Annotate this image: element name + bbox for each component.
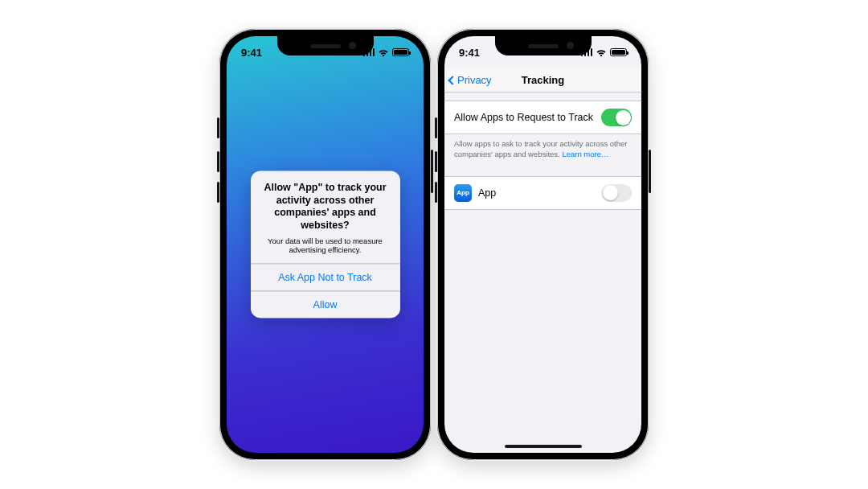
screen-tracking-prompt: 9:41 Allow "App" to track your activity …	[227, 36, 424, 453]
status-time: 9:41	[241, 47, 262, 59]
battery-icon	[392, 48, 409, 56]
settings-content: Allow Apps to Request to Track Allow app…	[444, 92, 641, 453]
nav-bar: Privacy Tracking	[444, 68, 641, 92]
ask-not-to-track-button[interactable]: Ask App Not to Track	[251, 264, 400, 291]
back-button[interactable]: Privacy	[449, 74, 492, 86]
nav-title: Tracking	[522, 74, 564, 86]
app-tracking-toggle[interactable]	[601, 184, 632, 202]
alert-message: Your data will be used to measure advert…	[260, 236, 391, 256]
status-time: 9:41	[459, 47, 480, 59]
allow-button[interactable]: Allow	[251, 291, 400, 318]
iphone-left: 9:41 Allow "App" to track your activity …	[219, 29, 431, 460]
notch	[495, 36, 592, 55]
app-tracking-row: App App	[444, 176, 641, 210]
tracking-footer: Allow apps to ask to track your activity…	[444, 134, 641, 170]
app-name: App	[478, 187, 496, 199]
screen-tracking-settings: 9:41 Privacy Tracking Allow Apps to Requ…	[444, 36, 641, 453]
home-indicator[interactable]	[505, 445, 582, 448]
allow-request-toggle[interactable]	[601, 109, 632, 126]
tracking-permission-alert: Allow "App" to track your activity acros…	[251, 171, 400, 318]
chevron-left-icon	[448, 76, 457, 84]
battery-icon	[610, 48, 627, 56]
app-icon: App	[454, 184, 472, 202]
wifi-icon	[378, 48, 389, 56]
wifi-icon	[596, 48, 607, 56]
learn-more-link[interactable]: Learn more…	[562, 150, 608, 158]
notch	[277, 36, 374, 55]
alert-title: Allow "App" to track your activity acros…	[260, 182, 391, 232]
iphone-right: 9:41 Privacy Tracking Allow Apps to Requ…	[437, 29, 649, 460]
allow-request-row: Allow Apps to Request to Track	[444, 101, 641, 134]
back-label: Privacy	[457, 74, 492, 86]
allow-request-label: Allow Apps to Request to Track	[454, 112, 593, 123]
